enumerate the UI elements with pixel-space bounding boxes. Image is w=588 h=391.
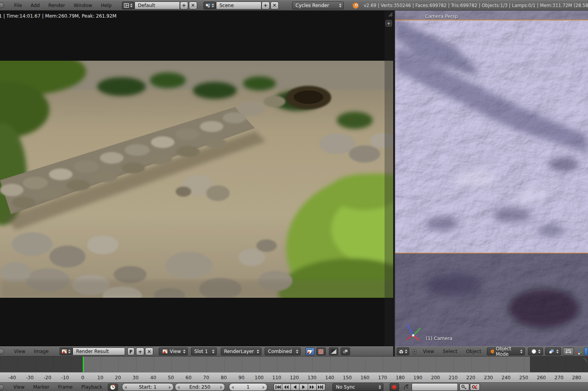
menu-view[interactable]: View xyxy=(14,349,25,354)
ruler-tick: 280 xyxy=(572,373,581,383)
chevron-updown-icon xyxy=(538,349,541,353)
add-layout-button[interactable]: + xyxy=(180,2,188,9)
auto-keyframe-button[interactable] xyxy=(390,383,399,391)
play-button[interactable] xyxy=(299,384,308,391)
sync-mode-select[interactable]: No Sync xyxy=(332,383,383,391)
pivot-point-select[interactable] xyxy=(545,348,561,355)
menu-playback[interactable]: Playback xyxy=(81,384,102,390)
timeline-area: -40-30-20-100102030405060708090100110120… xyxy=(0,357,588,391)
ruler-tick: 230 xyxy=(484,373,493,383)
play-reverse-icon xyxy=(293,385,297,389)
image-name-field[interactable]: Render Result xyxy=(73,348,125,355)
camera-border-top xyxy=(395,20,588,20)
decrement-arrow-icon[interactable] xyxy=(178,386,180,389)
editor-type-icon[interactable] xyxy=(0,2,4,8)
decrement-arrow-icon[interactable] xyxy=(125,386,127,389)
area-corner-widget[interactable] xyxy=(387,11,393,17)
menu-view[interactable]: View xyxy=(13,384,24,390)
info-header: File Add Render Window Help Default + ✕ … xyxy=(0,0,588,11)
chevron-updown-icon xyxy=(183,349,185,353)
area-corner-widget[interactable] xyxy=(582,357,587,363)
increment-arrow-icon[interactable] xyxy=(220,386,222,389)
menu-image[interactable]: Image xyxy=(34,349,49,354)
menu-select[interactable]: Select xyxy=(443,349,457,354)
playback-controls xyxy=(274,384,325,391)
menu-file[interactable]: File xyxy=(14,3,22,8)
decrement-arrow-icon[interactable] xyxy=(232,386,234,389)
render-slot-select[interactable]: Slot 1 xyxy=(191,348,217,355)
time-editor-button[interactable] xyxy=(108,384,118,391)
image-icon xyxy=(62,349,67,354)
manipulator-widget-button[interactable] xyxy=(563,348,574,355)
current-frame-field[interactable]: 1 xyxy=(229,383,267,391)
chevron-updown-icon xyxy=(339,4,341,7)
jump-end-icon xyxy=(318,385,323,389)
jump-start-icon xyxy=(275,385,281,389)
keying-options-button[interactable] xyxy=(401,383,411,391)
jump-to-end-button[interactable] xyxy=(317,384,325,391)
alpha-diagonal-icon xyxy=(331,349,336,354)
delete-layout-button[interactable]: ✕ xyxy=(189,2,197,9)
delete-keyframe-button[interactable] xyxy=(470,384,480,391)
scene-icon xyxy=(205,3,211,8)
image-editor-area[interactable]: 1 | Time:14:01.67 | Mem:260.79M, Peak: 2… xyxy=(0,11,393,357)
increment-arrow-icon[interactable] xyxy=(169,386,171,389)
new-image-button[interactable]: + xyxy=(136,348,144,355)
render-pass-select[interactable]: Combined xyxy=(265,348,301,355)
editor-type-icon[interactable] xyxy=(0,384,4,390)
keying-set-field[interactable] xyxy=(412,383,458,391)
unlink-image-button[interactable]: ✕ xyxy=(145,348,153,355)
delete-scene-button[interactable]: ✕ xyxy=(270,2,279,9)
timeline-ruler[interactable]: -40-30-20-100102030405060708090100110120… xyxy=(0,372,588,383)
interaction-mode-select[interactable]: Object Mode xyxy=(487,348,525,355)
next-keyframe-button[interactable] xyxy=(308,384,317,391)
menu-help[interactable]: Help xyxy=(101,3,111,8)
manipulator-axis-button[interactable] xyxy=(584,348,588,355)
menu-object[interactable]: Object xyxy=(466,349,481,354)
render-time-stats: 1 | Time:14:01.67 | Mem:260.79M, Peak: 2… xyxy=(0,13,116,19)
frame-start-field[interactable]: Start: 1 xyxy=(122,383,174,391)
render-engine-select[interactable]: Cycles Render xyxy=(292,2,344,9)
channels-rgb-button[interactable] xyxy=(305,348,315,355)
channels-z-button[interactable] xyxy=(341,348,350,355)
frame-end-field[interactable]: End: 250 xyxy=(175,383,225,391)
image-browse-button[interactable] xyxy=(60,348,73,355)
viewport-shading-select[interactable] xyxy=(528,348,543,355)
active-object-label: (1) Camera xyxy=(426,336,452,341)
expand-region-button[interactable]: + xyxy=(385,20,392,27)
jump-to-start-button[interactable] xyxy=(274,384,282,391)
channels-rgba-button[interactable] xyxy=(316,348,326,355)
collapse-menus-icon[interactable]: ▾ xyxy=(412,349,417,354)
insert-keyframe-button[interactable] xyxy=(459,384,469,391)
translate-manipulator-button[interactable] xyxy=(575,348,583,355)
ruler-tick: 110 xyxy=(272,373,281,383)
play-reverse-button[interactable] xyxy=(291,384,299,391)
viewport-3d-canvas[interactable]: Camera Persp (1) Camera xyxy=(395,11,588,346)
increment-arrow-icon[interactable] xyxy=(263,386,265,389)
screen-layout-field[interactable]: Default xyxy=(134,2,180,9)
prev-keyframe-button[interactable] xyxy=(282,384,291,391)
channels-alpha-button[interactable] xyxy=(329,348,338,355)
editing-mode-select[interactable]: View xyxy=(159,348,187,355)
screen-layout-button[interactable] xyxy=(122,2,134,9)
menu-render[interactable]: Render xyxy=(48,3,65,8)
menu-window[interactable]: Window xyxy=(74,3,92,8)
timeline-track[interactable] xyxy=(0,357,588,372)
menu-frame[interactable]: Frame xyxy=(58,384,73,390)
ruler-tick: 190 xyxy=(414,373,423,383)
scene-name-field[interactable]: Scene xyxy=(216,2,261,9)
scene-browse-button[interactable] xyxy=(203,2,216,9)
render-layer-select[interactable]: RenderLayer xyxy=(221,348,261,355)
ruler-tick: 40 xyxy=(150,373,156,383)
ruler-tick: 30 xyxy=(132,373,138,383)
menu-add[interactable]: Add xyxy=(31,3,40,8)
editor-type-icon[interactable] xyxy=(0,349,4,355)
menu-marker[interactable]: Marker xyxy=(33,384,49,390)
menu-view[interactable]: View xyxy=(423,349,434,354)
view-name-label: Camera Persp xyxy=(425,14,458,19)
layout-icon xyxy=(124,3,129,8)
add-scene-button[interactable]: + xyxy=(261,2,270,9)
editor-type-button[interactable] xyxy=(397,348,409,355)
fake-user-button[interactable]: F xyxy=(127,348,134,355)
viewport-3d-header: ▾ View Select Object Object Mode xyxy=(395,346,588,357)
